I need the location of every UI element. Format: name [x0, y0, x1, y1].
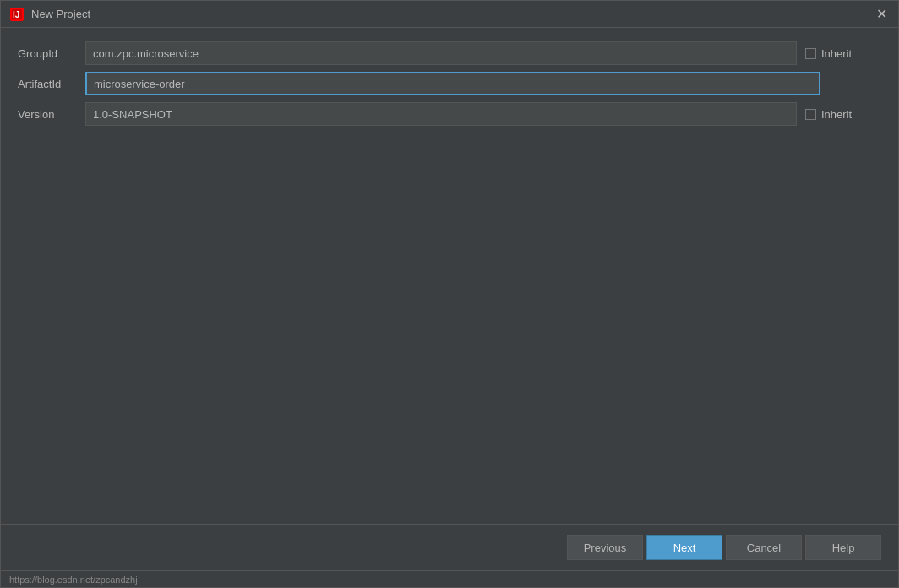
cancel-button[interactable]: Cancel [726, 535, 802, 560]
footer: Previous Next Cancel Help [1, 524, 898, 570]
version-input[interactable] [85, 102, 797, 126]
version-inherit-checkbox[interactable] [805, 109, 816, 120]
artifactid-input[interactable] [85, 72, 820, 95]
groupid-inherit-label: Inherit [821, 47, 852, 60]
title-bar-left: IJ New Project [9, 7, 90, 22]
close-button[interactable]: ✕ [873, 6, 890, 23]
version-label: Version [18, 108, 85, 121]
form-content: GroupId Inherit ArtifactId Version Inher… [1, 28, 898, 524]
next-button[interactable]: Next [646, 535, 722, 560]
version-inherit-label: Inherit [821, 108, 852, 121]
groupid-label: GroupId [18, 47, 85, 60]
version-row: Version Inherit [18, 102, 881, 126]
window-title: New Project [31, 8, 90, 20]
groupid-inherit-checkbox[interactable] [805, 48, 816, 59]
version-inherit-container: Inherit [805, 108, 881, 121]
artifactid-label: ArtifactId [18, 78, 85, 90]
groupid-row: GroupId Inherit [18, 41, 881, 65]
status-bar: https://blog.esdn.net/zpcandzhj [1, 570, 898, 587]
groupid-inherit-container: Inherit [805, 47, 881, 60]
groupid-input[interactable] [85, 41, 797, 65]
artifactid-row: ArtifactId [18, 72, 881, 95]
new-project-window: IJ New Project ✕ GroupId Inherit Artifac… [0, 0, 899, 588]
help-button[interactable]: Help [805, 535, 881, 560]
previous-button[interactable]: Previous [567, 535, 643, 560]
intellij-icon: IJ [9, 7, 25, 22]
status-url: https://blog.esdn.net/zpcandzhj [9, 574, 138, 585]
svg-text:IJ: IJ [13, 10, 19, 19]
title-bar: IJ New Project ✕ [1, 1, 898, 28]
